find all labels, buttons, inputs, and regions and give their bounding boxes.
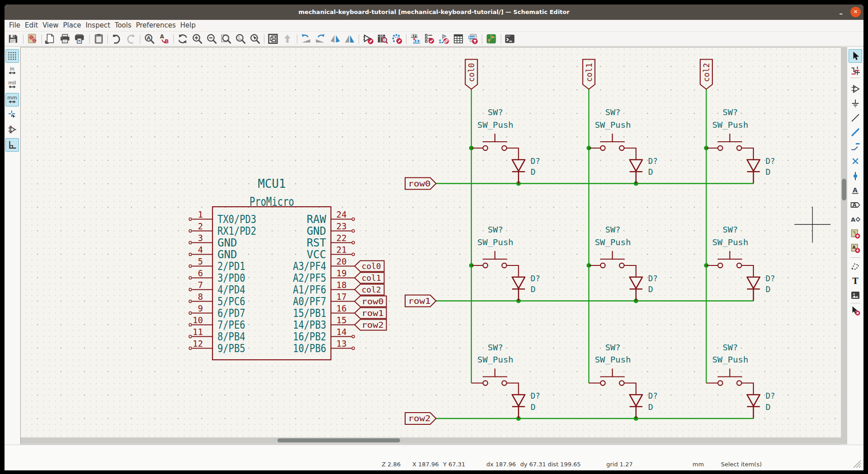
menu-inspect[interactable]: Inspect [83,20,113,32]
schematic-canvas[interactable]: SW? SW_Push D? D SW? SW_Push D? D [20,47,841,444]
assign-footprints-button[interactable] [437,33,451,45]
zoom-to-selection-button[interactable] [248,33,262,45]
horizontal-scrollbar-thumb[interactable] [277,438,400,442]
menu-help[interactable]: Help [178,20,198,32]
place-image-button[interactable] [849,288,862,302]
zoom-to-objects-button[interactable] [233,33,248,45]
toolbar-separator [406,34,406,44]
no-connect-flag-button[interactable] [849,154,862,168]
zoom-to-fit-button[interactable] [219,33,233,45]
leave-sheet-button[interactable] [280,33,295,45]
delete-tool-icon [850,305,861,316]
svg-text:SW?: SW? [605,343,620,352]
grid-visibility-button[interactable] [5,49,19,63]
draw-wire-button[interactable] [849,111,862,125]
save-button[interactable] [6,33,20,45]
place-text-icon: T [850,275,861,286]
undo-button[interactable] [109,33,123,45]
svg-text:9/PB5: 9/PB5 [217,342,245,355]
toolbar-separator [850,257,860,258]
mirror-horizontally-button[interactable] [342,33,357,45]
draw-bus-button[interactable] [849,125,862,139]
paste-button[interactable] [92,33,106,45]
units-inches-button[interactable]: in [5,64,19,78]
print-button[interactable] [58,33,72,45]
rotate-ccw-button[interactable] [299,33,313,45]
svg-text:3/PD0: 3/PD0 [217,272,245,284]
units-mils-button[interactable]: mil [5,78,19,92]
menu-file[interactable]: File [7,20,23,32]
symbol-library-browser-button[interactable] [375,33,390,45]
menu-view[interactable]: View [40,20,61,32]
refresh-view-button[interactable] [175,33,190,45]
zoom-out-button[interactable] [204,33,219,45]
svg-text:mil: mil [9,80,16,86]
svg-text:1: 1 [198,209,203,219]
left-toolbar: inmilmm [5,47,20,444]
resize-grip[interactable] [852,459,862,469]
export-bom-icon: .bom [467,33,479,45]
mirror-horizontally-icon [344,33,356,45]
import-sheet-pin-button[interactable]: A [849,242,862,255]
schematic-setup-button[interactable] [25,33,40,45]
page-settings-button[interactable] [43,33,57,45]
rotate-cw-button[interactable] [313,33,328,45]
net-label-button[interactable]: A [849,184,862,197]
mirror-vertically-button[interactable] [328,33,342,45]
svg-text:R??: R?? [410,34,418,38]
export-bom-button[interactable]: .bom [466,33,480,45]
svg-text:row2: row2 [362,321,384,330]
svg-text:GND: GND [307,225,326,237]
menu-preferences[interactable]: Preferences [134,20,178,32]
pcb-editor-button[interactable] [484,33,499,45]
hidden-pins-button[interactable] [5,123,19,136]
menu-place[interactable]: Place [61,20,83,32]
svg-text:16/PB2: 16/PB2 [293,330,326,343]
statusbar: Z 2.86 X 187.96 Y 67.31 dx 187.96 dy 67.… [5,445,863,470]
redo-button[interactable] [124,33,139,45]
place-symbol-button[interactable] [849,82,862,96]
delete-tool-button[interactable] [849,304,862,317]
hierarchy-navigator-button[interactable] [266,33,280,45]
svg-text:A: A [853,202,857,208]
find-and-replace-button[interactable]: AB [157,33,171,45]
find-button[interactable]: A [142,33,157,45]
erc-button[interactable] [422,33,437,45]
symbol-fields-table-button[interactable] [451,33,466,45]
cursor-shape-button[interactable] [5,107,19,121]
svg-text:A: A [853,186,858,193]
svg-text:D?: D? [766,391,775,400]
svg-text:row1: row1 [408,297,431,306]
highlight-net-button[interactable] [849,64,862,78]
place-text-button[interactable]: T [849,274,862,288]
mirror-vertically-icon [329,33,341,45]
horizontal-scrollbar[interactable] [21,437,841,443]
titlebar[interactable]: mechanical-keyboard-tutorial [mechanical… [5,5,863,20]
hierarchical-sheet-button[interactable] [849,227,862,241]
hv-wire-mode-button[interactable] [5,138,19,152]
svg-text:D: D [648,167,653,177]
junction-tool-button[interactable] [849,169,862,183]
vertical-scrollbar-thumb[interactable] [842,179,846,200]
units-mm-button[interactable]: mm [5,93,19,107]
wire-to-bus-entry-button[interactable] [849,140,862,153]
select-tool-button[interactable] [849,49,862,63]
annotate-button[interactable]: R??R42 [408,33,423,45]
zoom-in-button[interactable] [190,33,204,45]
symbol-editor-button[interactable] [361,33,375,45]
svg-text:D?: D? [766,156,775,166]
menu-tools[interactable]: Tools [112,20,134,32]
place-power-port-button[interactable] [849,97,862,110]
menu-edit[interactable]: Edit [23,20,40,32]
vertical-scrollbar[interactable] [841,47,847,444]
zoom-to-selection-icon [249,33,261,45]
scripting-console-button[interactable] [503,33,517,45]
footprint-editor-button[interactable] [390,33,404,45]
plot-button[interactable] [72,33,87,45]
close-button[interactable]: ✕ [850,7,861,17]
draw-lines-button[interactable] [849,260,862,273]
hierarchical-label-button[interactable]: A [849,213,862,226]
svg-text:SW_Push: SW_Push [477,238,513,247]
global-label-button[interactable]: A [849,198,862,212]
minimize-button[interactable]: – [835,5,847,20]
